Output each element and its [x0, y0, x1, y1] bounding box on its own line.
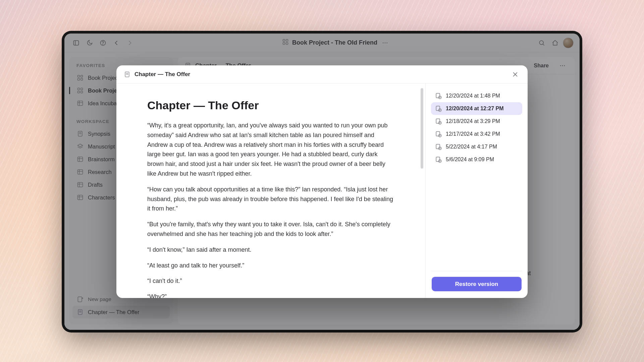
version-label: 5/6/2024 at 9:09 PM: [446, 157, 494, 163]
version-label: 12/17/2024 at 3:42 PM: [446, 131, 500, 137]
version-row[interactable]: 5/22/2024 at 4:17 PM: [431, 140, 522, 153]
content-paragraph: “Why?”: [147, 292, 395, 298]
modal-header: Chapter — The Offer: [116, 65, 528, 83]
history-icon: [435, 118, 442, 125]
history-icon: [435, 131, 442, 137]
svg-rect-65: [436, 144, 440, 149]
content-paragraph: “At least go and talk to her yourself.”: [147, 261, 395, 270]
content-scrollbar[interactable]: [421, 88, 423, 169]
content-paragraph: “But you're family, that's why they want…: [147, 220, 395, 239]
version-history-modal: Chapter — The Offer Chapter — The Offer …: [116, 65, 528, 298]
version-label: 12/20/2024 at 1:48 PM: [446, 93, 500, 99]
version-row[interactable]: 5/6/2024 at 9:09 PM: [431, 153, 522, 166]
restore-version-button[interactable]: Restore version: [432, 277, 522, 291]
svg-rect-57: [436, 94, 440, 98]
svg-rect-59: [436, 106, 440, 111]
content-paragraph: “I can't do it.”: [147, 276, 395, 286]
versions-panel: 12/20/2024 at 1:48 PM12/20/2024 at 12:27…: [426, 83, 528, 298]
version-label: 12/20/2024 at 12:27 PM: [446, 106, 504, 112]
version-row[interactable]: 12/18/2024 at 3:29 PM: [431, 115, 522, 128]
content-paragraph: “How can you talk about opportunities at…: [147, 185, 395, 214]
version-row[interactable]: 12/20/2024 at 12:27 PM: [431, 102, 522, 115]
history-icon: [435, 156, 442, 163]
content-title: Chapter — The Offer: [147, 99, 395, 112]
version-row[interactable]: 12/17/2024 at 3:42 PM: [431, 128, 522, 140]
svg-rect-61: [436, 119, 440, 123]
version-row[interactable]: 12/20/2024 at 1:48 PM: [431, 89, 522, 102]
content-paragraph: “Why, it's a great opportunity, Ian, and…: [147, 121, 395, 179]
history-icon: [435, 93, 442, 99]
version-content: Chapter — The Offer “Why, it's a great o…: [116, 83, 426, 298]
doc-icon: [124, 71, 130, 78]
svg-rect-67: [436, 157, 440, 162]
close-button[interactable]: [510, 69, 520, 79]
history-icon: [435, 105, 442, 112]
modal-title: Chapter — The Offer: [135, 71, 190, 78]
version-label: 5/22/2024 at 4:17 PM: [446, 144, 497, 150]
svg-rect-63: [436, 132, 440, 136]
version-label: 12/18/2024 at 3:29 PM: [446, 118, 500, 124]
history-icon: [435, 143, 442, 150]
content-paragraph: “I don't know,” Ian said after a moment.: [147, 245, 395, 255]
